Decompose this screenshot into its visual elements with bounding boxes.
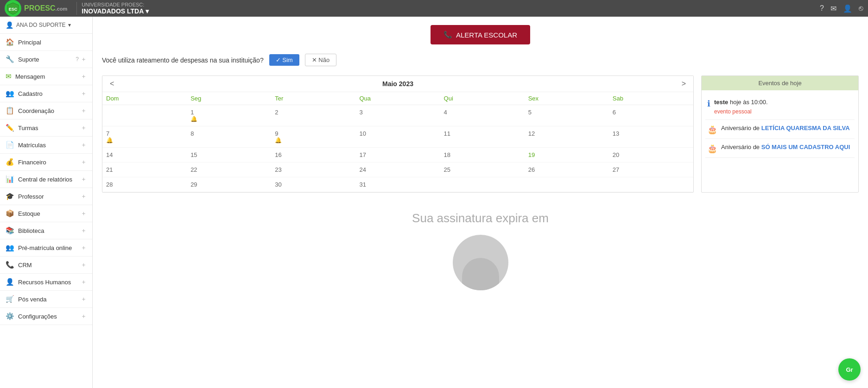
cal-day: 13 [609, 126, 693, 148]
sidebar-item-cadastro[interactable]: 👥 Cadastro ＋ [0, 85, 92, 102]
event-prefix: Aniversário de [721, 144, 761, 150]
sidebar-item-coordenacao[interactable]: 📋 Coordenação ＋ [0, 102, 92, 119]
help-icon[interactable]: ? [820, 4, 824, 13]
cadastro-icon: 👥 [6, 89, 14, 98]
sidebar-item-crm[interactable]: 📞 CRM ＋ [0, 257, 92, 274]
prematricula-icon: 👥 [6, 244, 14, 252]
help-circle-icon[interactable]: ? [76, 56, 79, 63]
sim-button[interactable]: ✓ Sim [269, 54, 299, 66]
expand-icon[interactable]: ＋ [81, 106, 87, 115]
calendar-table: Dom Seg Ter Qua Qui Sex Sab 1🔔 [102, 92, 693, 192]
sidebar-item-label: Pré-matrícula online [18, 244, 72, 251]
chat-button[interactable]: Gr [838, 358, 861, 381]
expand-icon[interactable]: ＋ [81, 124, 87, 132]
cal-day: 2 [271, 105, 355, 126]
event-person: SÓ MAIS UM CADASTRO AQUI [761, 144, 850, 150]
cal-day: 25 [440, 163, 525, 177]
birthday-icon: 🎂 [707, 125, 717, 135]
expand-icon[interactable]: ＋ [81, 72, 87, 81]
user-icon[interactable]: 👤 [843, 4, 852, 13]
sidebar-item-professor[interactable]: 🎓 Professor ＋ [0, 188, 92, 205]
expand-icon[interactable]: ＋ [81, 312, 87, 320]
calendar-prev-button[interactable]: < [102, 76, 121, 92]
svg-text:ESC: ESC [9, 7, 18, 12]
expand-icon[interactable]: ＋ [81, 209, 87, 218]
topbar: ESC PROESC.com UNIVERSIDADE PROESC: INOV… [0, 0, 868, 17]
cal-day: 4 [440, 105, 525, 126]
cal-header-qua: Qua [355, 92, 440, 105]
sidebar-item-turmas[interactable]: ✏️ Turmas ＋ [0, 119, 92, 137]
cal-day: 19 [525, 148, 609, 163]
nao-button[interactable]: ✕ Não [305, 54, 336, 66]
sidebar-item-label: Cadastro [18, 90, 43, 97]
expand-icon[interactable]: ＋ [81, 158, 87, 166]
subscription-area: Sua assinatura expira em [93, 197, 868, 304]
expand-icon[interactable]: ＋ [81, 192, 87, 200]
table-row: 28 29 30 31 [102, 177, 693, 192]
sidebar-item-label: Principal [18, 39, 41, 46]
logout-icon[interactable]: ⎋ [859, 4, 863, 13]
professor-icon: 🎓 [6, 192, 14, 200]
cal-day: 3 [355, 105, 440, 126]
sidebar-user-arrow: ▾ [68, 22, 71, 28]
expand-icon[interactable]: ＋ [81, 261, 87, 269]
sidebar-username: ANA DO SUPORTE [16, 22, 65, 28]
cal-day[interactable]: 9🔔 [271, 126, 355, 148]
sidebar-item-prematricula[interactable]: 👥 Pré-matrícula online ＋ [0, 239, 92, 257]
sidebar-item-relatorios[interactable]: 📊 Central de relatórios ＋ [0, 171, 92, 188]
sidebar-item-mensagem[interactable]: ✉ Mensagem ＋ [0, 68, 92, 85]
event-name: teste hoje às 10:00. [714, 99, 768, 106]
cal-day [525, 177, 609, 192]
info-icon: ℹ [707, 99, 710, 109]
sidebar-item-configuracoes[interactable]: ⚙️ Configurações ＋ [0, 308, 92, 325]
calendar-next-button[interactable]: > [674, 76, 693, 92]
cal-day: 22 [187, 163, 271, 177]
expand-icon[interactable]: ＋ [81, 278, 87, 286]
expand-icon[interactable]: ＋ [81, 244, 87, 252]
sidebar-item-label: Professor [18, 193, 44, 200]
sidebar-item-principal[interactable]: 🏠 Principal [0, 34, 92, 51]
cal-day: 23 [271, 163, 355, 177]
event-person: LETÍCIA QUARESMA DA SILVA [761, 125, 850, 131]
sidebar-user[interactable]: 👤 ANA DO SUPORTE ▾ [0, 17, 92, 34]
sidebar: 👤 ANA DO SUPORTE ▾ 🏠 Principal 🔧 Suporte… [0, 17, 93, 388]
calendar-month-title: Maio 2023 [121, 76, 674, 91]
sidebar-item-financeiro[interactable]: 💰 Financeiro ＋ [0, 154, 92, 171]
expand-icon[interactable]: ＋ [81, 89, 87, 98]
expand-icon[interactable]: ＋ [81, 141, 87, 149]
cal-day[interactable]: 7🔔 [102, 126, 187, 148]
sidebar-item-biblioteca[interactable]: 📚 Biblioteca ＋ [0, 222, 92, 239]
sidebar-item-posvenda[interactable]: 🛒 Pós venda ＋ [0, 291, 92, 308]
cal-day [102, 105, 187, 126]
logo-text: PROESC.com [24, 4, 67, 13]
birthday-icon: 🎂 [707, 144, 717, 154]
cal-day: 30 [271, 177, 355, 192]
avatar-body [462, 258, 499, 290]
logo-area: ESC PROESC.com [5, 0, 67, 17]
cal-day: 14 [102, 148, 187, 163]
sidebar-item-matriculas[interactable]: 📄 Matrículas ＋ [0, 137, 92, 154]
cal-day: 17 [355, 148, 440, 163]
cal-header-sab: Sab [609, 92, 693, 105]
cal-header-ter: Ter [271, 92, 355, 105]
expand-icon[interactable]: ＋ [81, 295, 87, 303]
sidebar-item-estoque[interactable]: 📦 Estoque ＋ [0, 205, 92, 222]
uni-name[interactable]: INOVADADOS LTDA ▾ [82, 7, 148, 15]
expand-icon[interactable]: ＋ [81, 175, 87, 183]
cal-day [609, 177, 693, 192]
topbar-right: ? ✉ 👤 ⎋ [820, 4, 863, 13]
alert-escolar-button[interactable]: 📞 ALERTA ESCOLAR [431, 25, 530, 44]
cal-day: 6 [609, 105, 693, 126]
mail-icon[interactable]: ✉ [830, 4, 836, 13]
expand-icon[interactable]: ＋ [81, 226, 87, 235]
biblioteca-icon: 📚 [6, 226, 14, 235]
sidebar-item-suporte[interactable]: 🔧 Suporte ? ＋ [0, 51, 92, 68]
sidebar-item-rh[interactable]: 👤 Recursos Humanos ＋ [0, 274, 92, 291]
cal-day[interactable]: 1🔔 [187, 105, 271, 126]
cal-day: 12 [525, 126, 609, 148]
user-avatar-icon: 👤 [6, 21, 13, 29]
sidebar-item-label: Biblioteca [18, 227, 44, 234]
layout: 👤 ANA DO SUPORTE ▾ 🏠 Principal 🔧 Suporte… [0, 17, 868, 388]
expand-icon[interactable]: ＋ [81, 55, 87, 63]
home-icon: 🏠 [6, 38, 14, 46]
